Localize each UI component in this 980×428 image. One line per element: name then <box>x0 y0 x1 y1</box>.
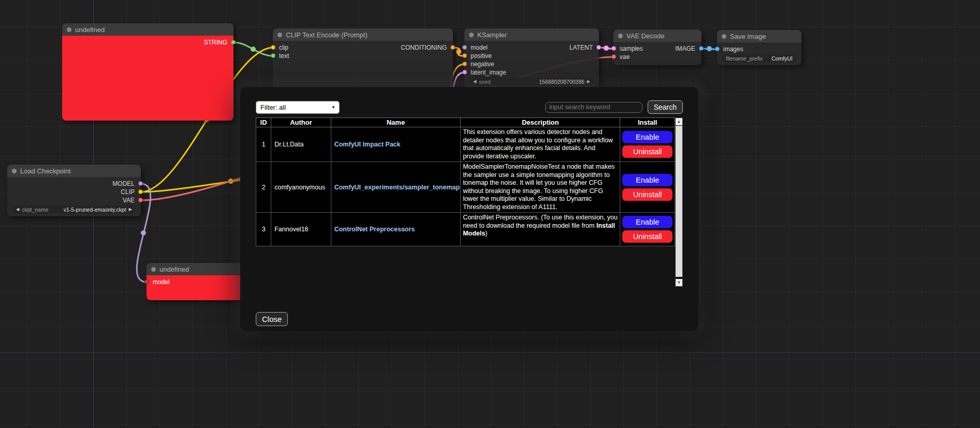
link-midpoint-dot <box>604 46 609 51</box>
filter-select[interactable]: Filter: all <box>256 101 340 114</box>
table-header-row: ID Author Name Description Install <box>256 118 675 127</box>
slot-row: VAE <box>7 196 141 204</box>
cell-description: ControlNet Preprocessors. (To use this e… <box>461 213 620 246</box>
search-button[interactable]: Search <box>648 100 683 114</box>
input-label: text <box>279 52 289 60</box>
output-label: VAE <box>123 197 135 204</box>
widget-name: seed <box>479 79 491 85</box>
input-slot-negative[interactable] <box>462 62 467 66</box>
description-text: ModelSamplerTonemapNoiseTest a node that… <box>463 163 615 211</box>
search-input[interactable] <box>545 102 642 113</box>
node-load-checkpoint[interactable]: Load Checkpoint MODEL CLIP VAE ◀ ckpt_na… <box>7 165 141 216</box>
close-button[interactable]: Close <box>256 312 288 326</box>
decrement-arrow-icon[interactable]: ◀ <box>473 80 476 84</box>
table-scrollbar[interactable]: ▲ ▼ <box>675 117 683 287</box>
node-titlebar[interactable]: Load Checkpoint <box>7 165 141 177</box>
enable-button[interactable]: Enable <box>622 174 672 186</box>
input-slot-model[interactable] <box>144 279 149 284</box>
collapse-dot[interactable] <box>618 34 623 38</box>
slot-row: clip CONDITIONING <box>273 43 453 52</box>
node-titlebar[interactable]: VAE Decode <box>613 29 701 42</box>
link-midpoint-dot <box>707 46 712 51</box>
slot-row: images <box>717 45 801 53</box>
description-text: This extension offers various detector n… <box>463 128 613 160</box>
input-slot-samples[interactable] <box>611 46 616 51</box>
table-row: 1 Dr.Lt.Data ComfyUI Impact Pack This ex… <box>256 127 675 162</box>
slot-row: vae <box>613 53 701 61</box>
description-tail: ) <box>485 230 487 237</box>
cell-author: comfyanonymous <box>271 162 331 213</box>
scroll-up-arrow-icon[interactable]: ▲ <box>676 118 682 125</box>
output-slot-latent[interactable] <box>596 45 601 50</box>
slot-row: negative <box>464 60 599 68</box>
scroll-down-arrow-icon[interactable]: ▼ <box>676 279 682 286</box>
node-save-image[interactable]: Save Image images filename_prefix ComfyU… <box>717 30 801 65</box>
node-titlebar[interactable]: CLIP Text Encode (Prompt) <box>273 28 453 41</box>
extension-link[interactable]: ControlNet Preprocessors <box>334 226 415 233</box>
seed-widget[interactable]: ◀ seed 156680208700286 ▶ <box>470 78 594 85</box>
node-title: undefined <box>159 265 189 273</box>
output-slot-conditioning[interactable] <box>450 45 455 50</box>
header-name: Name <box>331 118 460 127</box>
collapse-dot[interactable] <box>469 33 474 37</box>
enable-button[interactable]: Enable <box>622 216 672 228</box>
slot-row: latent_image <box>464 68 599 77</box>
input-slot-vae[interactable] <box>611 54 616 59</box>
input-slot-clip[interactable] <box>271 45 275 50</box>
prev-option-arrow-icon[interactable]: ◀ <box>16 208 19 212</box>
next-option-arrow-icon[interactable]: ▶ <box>129 208 132 212</box>
extension-link[interactable]: ComfyUI_experiments/sampler_tonemap <box>334 184 460 191</box>
cell-install: Enable Uninstall <box>620 162 675 213</box>
input-slot-latent-image[interactable] <box>462 70 467 75</box>
output-slot-clip[interactable] <box>138 189 143 194</box>
cell-description: ModelSamplerTonemapNoiseTest a node that… <box>461 162 620 213</box>
ckpt-name-widget[interactable]: ◀ ckpt_name v1-5-pruned-emaonly.ckpt ▶ <box>12 205 136 213</box>
increment-arrow-icon[interactable]: ▶ <box>587 80 590 84</box>
uninstall-button[interactable]: Uninstall <box>622 145 672 158</box>
input-label: model <box>471 44 488 51</box>
cell-id: 1 <box>256 127 271 162</box>
scrollbar-thumb[interactable] <box>676 126 682 277</box>
node-title: KSampler <box>477 31 507 39</box>
cell-name: ControlNet Preprocessors <box>331 213 460 246</box>
uninstall-button[interactable]: Uninstall <box>622 230 672 243</box>
slot-row: CLIP <box>7 188 141 196</box>
input-slot-model[interactable] <box>462 45 467 50</box>
link-midpoint-dot <box>456 49 461 54</box>
collapse-dot[interactable] <box>722 34 726 39</box>
output-slot-model[interactable] <box>138 181 143 186</box>
dialog-toolbar: Filter: all ▼ Search <box>256 100 683 114</box>
node-title: CLIP Text Encode (Prompt) <box>286 31 368 39</box>
table-row: 3 Fannovel16 ControlNet Preprocessors Co… <box>256 213 675 246</box>
input-label: vae <box>620 53 630 61</box>
node-canvas[interactable]: undefined STRING CLIP Text Encode (Promp… <box>0 0 980 428</box>
input-slot-text[interactable] <box>271 53 275 58</box>
output-slot-vae[interactable] <box>138 198 143 202</box>
collapse-dot[interactable] <box>277 33 282 37</box>
header-author: Author <box>271 118 331 127</box>
node-undefined-top[interactable]: undefined STRING <box>62 23 233 121</box>
header-description: Description <box>461 118 620 127</box>
node-titlebar[interactable]: undefined <box>62 23 233 36</box>
input-slot-positive[interactable] <box>462 53 467 58</box>
output-label: CONDITIONING <box>401 44 447 51</box>
node-vae-decode[interactable]: VAE Decode samples IMAGE vae <box>613 29 701 65</box>
collapse-dot[interactable] <box>12 169 17 173</box>
output-slot-string[interactable] <box>231 40 236 45</box>
uninstall-button[interactable]: Uninstall <box>622 188 672 201</box>
filename-prefix-widget[interactable]: filename_prefix ComfyUI <box>722 54 796 62</box>
enable-button[interactable]: Enable <box>622 131 672 143</box>
extension-link[interactable]: ComfyUI Impact Pack <box>334 141 401 148</box>
input-slot-images[interactable] <box>715 47 720 51</box>
widget-name: ckpt_name <box>22 206 48 213</box>
header-id: ID <box>256 118 271 127</box>
node-titlebar[interactable]: Save Image <box>717 30 801 42</box>
link-midpoint-dot <box>251 47 256 52</box>
cell-author: Fannovel16 <box>271 213 331 246</box>
node-titlebar[interactable]: KSampler <box>464 28 599 41</box>
widget-name: filename_prefix <box>726 55 763 62</box>
collapse-dot[interactable] <box>151 267 156 272</box>
table-row: 2 comfyanonymous ComfyUI_experiments/sam… <box>256 162 675 213</box>
output-slot-image[interactable] <box>699 46 704 51</box>
collapse-dot[interactable] <box>67 27 71 32</box>
